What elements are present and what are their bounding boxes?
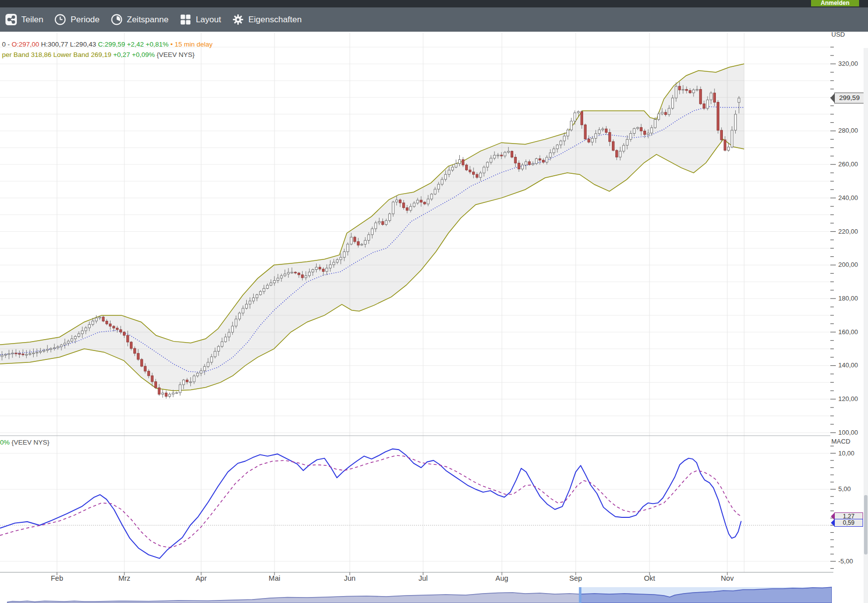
ohlc-header-segment: 15 min delay: [175, 41, 213, 48]
timespan-button[interactable]: Zeitspanne: [110, 13, 168, 26]
ohlc-header-segment: O:297,00: [12, 41, 40, 48]
month-axis-label: Feb: [46, 574, 68, 582]
macd-axis-label: 10,00: [838, 450, 855, 457]
ohlc-header-line: 0 - O:297,00 H:300,77 L:290,43 C:299,59 …: [2, 41, 213, 48]
month-axis-label: Nov: [716, 574, 738, 582]
month-axis-label: Mrz: [113, 574, 135, 582]
bollinger-header-segment: {VEEV NYS}: [155, 51, 195, 58]
month-axis-label: Jun: [339, 574, 361, 582]
share-icon: [5, 13, 17, 26]
price-axis-label: 160,00: [838, 328, 858, 336]
macd-axis-title: MACD: [831, 438, 850, 445]
month-axis-label: Apr: [190, 574, 212, 582]
charting-app: Anmelden Teilen Periode Zeitspanne Layou…: [0, 0, 868, 603]
price-axis-label: 140,00: [838, 361, 858, 369]
bollinger-header-segment: +0,27 +0,09%: [113, 51, 155, 58]
price-axis-label: 220,00: [838, 228, 858, 236]
macd-axis-label: 5,00: [838, 485, 851, 493]
macd-header-segment: 0%: [0, 439, 10, 446]
period-button[interactable]: Periode: [54, 13, 100, 26]
share-button-label: Teilen: [21, 15, 43, 25]
month-axis-label: Aug: [491, 574, 513, 582]
layout-button-label: Layout: [196, 15, 221, 25]
period-button-label: Periode: [70, 15, 100, 25]
bollinger-header-segment: per Band 318,86 Lower Band 269,19: [2, 51, 113, 58]
last-price-badge: 299,59: [834, 93, 865, 103]
top-bar: Anmelden: [0, 0, 868, 7]
price-axis-label: 120,00: [838, 395, 858, 403]
price-axis-label: 260,00: [838, 160, 858, 168]
price-axis-label: 320,00: [838, 60, 858, 68]
clock-icon: [54, 13, 66, 26]
macd-header-line: 0% {VEEV NYS}: [0, 439, 50, 446]
month-axis-label: Jul: [412, 574, 434, 582]
month-axis-label: Mai: [264, 574, 285, 582]
macd-axis-label: -5,00: [838, 557, 853, 565]
bollinger-header-line: per Band 318,86 Lower Band 269,19 +0,27 …: [2, 51, 195, 58]
timespan-button-label: Zeitspanne: [127, 15, 168, 25]
badge-arrow-icon: [831, 519, 835, 527]
ohlc-header-segment: 0 -: [2, 41, 12, 48]
share-button[interactable]: Teilen: [5, 13, 43, 26]
vertical-scrollbar[interactable]: [864, 48, 868, 603]
login-button[interactable]: Anmelden: [811, 0, 859, 6]
price-axis-label: 280,00: [838, 127, 858, 135]
price-axis-label: 200,00: [838, 261, 858, 269]
ohlc-header-segment: H:300,77 L:290,43: [39, 41, 98, 48]
price-macd-chart-canvas[interactable]: [0, 0, 868, 603]
navigator-range-handle[interactable]: [579, 587, 582, 603]
price-axis-label: 240,00: [838, 194, 858, 202]
timespan-icon: [110, 13, 123, 26]
properties-button-label: Eigenschaften: [248, 15, 302, 25]
ohlc-header-segment: •: [168, 41, 174, 48]
layout-button[interactable]: Layout: [179, 13, 221, 26]
chart-toolbar: Teilen Periode Zeitspanne Layout Eigensc…: [0, 7, 868, 32]
gear-icon: [232, 13, 244, 26]
macd-header-segment: {VEEV NYS}: [10, 439, 50, 446]
badge-arrow-icon: [830, 93, 835, 103]
price-axis-currency-label: USD: [831, 31, 845, 38]
properties-button[interactable]: Eigenschaften: [232, 13, 302, 26]
scrollbar-thumb[interactable]: [864, 495, 868, 554]
month-axis-label: Okt: [639, 574, 660, 582]
layout-grid-icon: [179, 13, 192, 26]
ohlc-header-segment: C:299,59 +2,42 +0,81%: [98, 41, 169, 48]
price-axis-label: 180,00: [838, 295, 858, 302]
month-axis-label: Sep: [565, 574, 587, 582]
macd-value-badge: 0,59: [834, 519, 863, 527]
price-axis-label: 100,00: [838, 429, 858, 437]
